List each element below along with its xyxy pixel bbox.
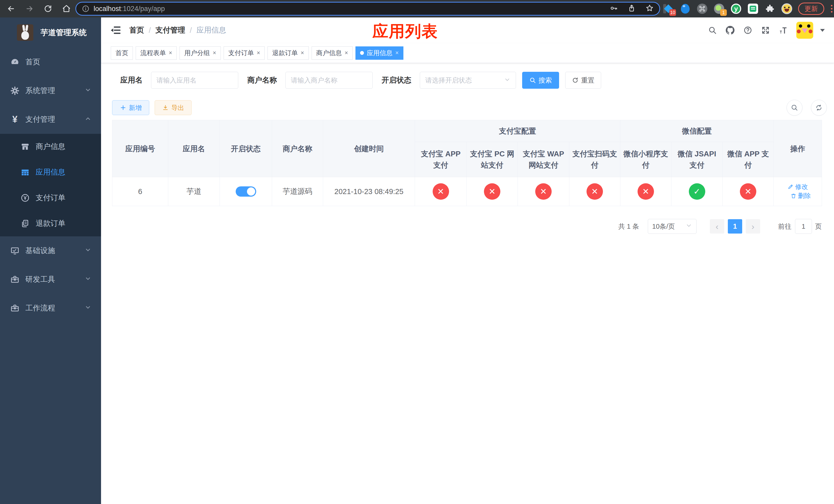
search-icon[interactable] [708, 26, 717, 35]
sidebar-item-workflow[interactable]: 工作流程 [0, 294, 101, 322]
tab-refund-order[interactable]: 退款订单× [267, 46, 308, 60]
profile-avatar-icon[interactable] [781, 3, 792, 14]
tab-home[interactable]: 首页 [111, 46, 133, 60]
sidebar-item-payment[interactable]: ¥ 支付管理 [0, 105, 101, 134]
sidebar: 芋道管理系统 首页 系统管理 ¥ 支付管理 商户信息 应用信息 [0, 18, 101, 504]
status-select[interactable]: 请选择开启状态 [420, 72, 516, 89]
breadcrumb-home[interactable]: 首页 [129, 25, 144, 36]
search-button[interactable]: 搜索 [522, 72, 559, 89]
github-icon[interactable] [725, 26, 735, 35]
sidebar-item-infrastructure[interactable]: 基础设施 [0, 236, 101, 265]
close-icon[interactable]: × [257, 50, 260, 56]
breadcrumb-payment[interactable]: 支付管理 [155, 25, 185, 36]
chevron-down-icon [85, 304, 91, 313]
browser-nav [6, 0, 71, 18]
password-key-icon[interactable] [610, 4, 618, 13]
goto-page-input[interactable] [795, 219, 812, 234]
tab-merchant-info[interactable]: 商户信息× [312, 46, 353, 60]
user-avatar[interactable] [796, 22, 813, 39]
table-toolbar: 新增 导出 [112, 100, 827, 115]
col-created: 创建时间 [323, 120, 415, 177]
edit-link[interactable]: 修改 [788, 183, 808, 191]
cross-icon: ✕ [638, 183, 654, 200]
close-icon[interactable]: × [169, 50, 172, 56]
reload-icon[interactable] [43, 4, 53, 14]
filter-form: 应用名 商户名称 开启状态 请选择开启状态 搜索 重置 [112, 72, 827, 89]
reset-button[interactable]: 重置 [565, 72, 601, 89]
app-title: 芋道管理系统 [41, 27, 87, 38]
app-logo [17, 24, 33, 41]
refresh-table-button[interactable] [811, 100, 827, 116]
col-wechat-mini: 微信小程序支付 [620, 142, 672, 177]
app-header: 首页 / 支付管理 / 应用信息 应用列表 [101, 18, 834, 43]
page-number-1[interactable]: 1 [728, 219, 742, 233]
merchant-name-input[interactable] [285, 72, 373, 89]
tab-user-group[interactable]: 用户分组× [179, 46, 221, 60]
chevron-down-icon [504, 76, 511, 84]
export-button[interactable]: 导出 [155, 100, 192, 115]
sidebar-collapse-icon[interactable] [110, 25, 121, 36]
col-alipay-qr: 支付宝扫码支付 [569, 142, 620, 177]
sidebar-item-home[interactable]: 首页 [0, 48, 101, 76]
caret-down-icon[interactable] [820, 29, 825, 32]
chevron-down-icon [85, 87, 91, 95]
help-icon[interactable] [743, 26, 752, 35]
sidebar-item-merchant-info[interactable]: 商户信息 [0, 134, 101, 159]
app-name-input[interactable] [151, 72, 238, 89]
sidebar-item-dev-tools[interactable]: 研发工具 [0, 265, 101, 294]
forward-icon[interactable] [25, 4, 35, 14]
back-icon[interactable] [6, 4, 16, 14]
grid-table-icon [20, 167, 30, 178]
home-icon[interactable] [62, 4, 71, 14]
delete-link[interactable]: 删除 [790, 191, 811, 200]
main-area: 首页 / 支付管理 / 应用信息 应用列表 首页 流程表单× 用户分组 [101, 18, 834, 504]
tab-app-info[interactable]: 应用信息× [355, 46, 403, 60]
col-alipay-wap: 支付宝 WAP 网站支付 [518, 142, 569, 177]
next-page-button[interactable]: › [746, 219, 760, 233]
chrome-update-button[interactable]: 更新 [798, 3, 824, 15]
col-alipay-pc: 支付宝 PC 网站支付 [467, 142, 518, 177]
group-wechat-config: 微信配置 [620, 120, 774, 142]
bookmark-star-icon[interactable] [645, 4, 654, 13]
add-button[interactable]: 新增 [112, 100, 149, 115]
col-app-id: 应用编号 [112, 120, 168, 177]
app-logo-row[interactable]: 芋道管理系统 [0, 18, 101, 48]
page-annotation: 应用列表 [372, 21, 438, 42]
col-app-name: 应用名 [168, 120, 220, 177]
extension-area: 10 1 y 更新 [663, 0, 832, 18]
site-info-icon[interactable] [82, 5, 89, 13]
close-icon[interactable]: × [301, 50, 304, 56]
cross-icon: ✕ [484, 183, 500, 200]
col-wechat-app: 微信 APP 支付 [723, 142, 774, 177]
fullscreen-icon[interactable] [761, 26, 770, 35]
sidebar-item-system[interactable]: 系统管理 [0, 76, 101, 105]
extension-sketch-icon[interactable]: 10 [663, 3, 674, 14]
breadcrumb: 首页 / 支付管理 / 应用信息 [129, 25, 226, 36]
extensions-puzzle-icon[interactable] [764, 3, 775, 14]
close-icon[interactable]: × [213, 50, 216, 56]
prev-page-button[interactable]: ‹ [710, 219, 724, 233]
cell-app-name: 芋道 [168, 177, 220, 206]
extension-meet-icon[interactable]: 1 [714, 3, 725, 14]
show-search-toggle-button[interactable] [787, 100, 803, 116]
page-size-select[interactable]: 10条/页 [648, 219, 697, 234]
extension-command-icon[interactable] [697, 3, 708, 14]
tab-process-form[interactable]: 流程表单× [136, 46, 177, 60]
gear-icon [9, 85, 20, 96]
share-icon[interactable] [628, 4, 636, 13]
sidebar-item-app-info[interactable]: 应用信息 [0, 159, 101, 185]
browser-menu-icon[interactable] [831, 5, 832, 13]
chevron-down-icon [85, 247, 91, 255]
font-size-icon[interactable] [778, 26, 788, 35]
close-icon[interactable]: × [345, 50, 348, 56]
address-bar[interactable]: localhost:1024/pay/app [75, 2, 660, 16]
cell-created: 2021-10-23 08:49:25 [323, 177, 415, 206]
close-icon[interactable]: × [395, 50, 398, 56]
status-toggle[interactable] [236, 186, 256, 197]
tab-pay-order[interactable]: 支付订单× [224, 46, 265, 60]
extension-y-icon[interactable]: y [730, 3, 742, 14]
extension-balloon-icon[interactable] [680, 3, 691, 14]
sidebar-item-pay-order[interactable]: 支付订单 [0, 185, 101, 211]
extension-chat-icon[interactable] [747, 3, 759, 14]
sidebar-item-refund-order[interactable]: 退款订单 [0, 211, 101, 236]
